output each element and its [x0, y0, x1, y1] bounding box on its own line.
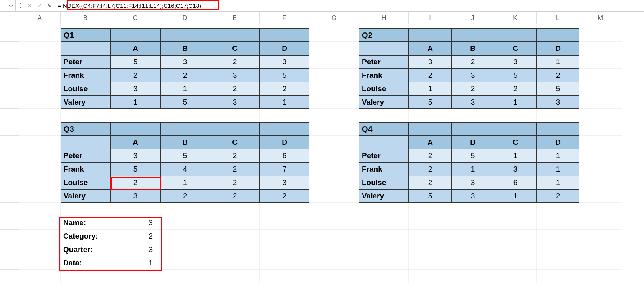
data-cell[interactable]: 2 — [160, 189, 210, 203]
row-name[interactable]: Louise — [61, 176, 110, 189]
lookup-data-label[interactable]: Data: — [61, 256, 110, 270]
row-name[interactable]: Louise — [61, 82, 110, 95]
data-cell[interactable]: 3 — [110, 189, 160, 203]
data-cell[interactable]: 3 — [494, 55, 537, 69]
data-cell[interactable]: 2 — [210, 149, 260, 162]
data-cell[interactable]: 1 — [494, 95, 537, 109]
lookup-category-value[interactable]: 2 — [110, 230, 160, 243]
name-box-dropdown[interactable] — [2, 0, 16, 11]
col-header[interactable]: I — [409, 12, 451, 24]
data-cell[interactable]: 3 — [451, 95, 494, 109]
col-header[interactable]: L — [537, 12, 579, 24]
data-cell[interactable]: 5 — [537, 82, 579, 95]
row-name[interactable]: Frank — [61, 162, 110, 176]
row-name[interactable]: Peter — [61, 55, 110, 69]
data-cell[interactable]: 1 — [537, 149, 579, 162]
row-name[interactable]: Frank — [359, 162, 409, 176]
col-header[interactable]: E — [210, 12, 260, 24]
col-label[interactable]: C — [210, 42, 260, 55]
row-name[interactable]: Valery — [359, 189, 409, 203]
data-cell[interactable]: 2 — [260, 189, 309, 203]
data-cell[interactable]: 6 — [260, 149, 309, 162]
table-title[interactable]: Q3 — [61, 122, 110, 136]
data-cell[interactable]: 3 — [110, 82, 160, 95]
data-cell[interactable]: 1 — [160, 82, 210, 95]
data-cell[interactable]: 2 — [260, 82, 309, 95]
col-label[interactable]: B — [451, 136, 494, 149]
col-label[interactable]: D — [260, 136, 309, 149]
col-header[interactable]: M — [579, 12, 622, 24]
data-cell[interactable]: 3 — [451, 189, 494, 203]
lookup-data-value[interactable]: 1 — [110, 256, 160, 270]
data-cell[interactable]: 2 — [210, 189, 260, 203]
data-cell[interactable]: 2 — [451, 82, 494, 95]
col-label[interactable]: B — [451, 42, 494, 55]
data-cell[interactable]: 6 — [494, 176, 537, 189]
col-label[interactable]: D — [537, 136, 579, 149]
confirm-formula-icon[interactable]: ✓ — [36, 3, 43, 9]
row-name[interactable]: Frank — [359, 69, 409, 82]
col-header[interactable]: B — [61, 12, 110, 24]
col-label[interactable]: A — [110, 42, 160, 55]
data-cell[interactable]: 7 — [260, 162, 309, 176]
data-cell[interactable]: 2 — [537, 189, 579, 203]
col-label[interactable]: A — [110, 136, 160, 149]
row-name[interactable]: Louise — [359, 82, 409, 95]
lookup-quarter-label[interactable]: Quarter: — [61, 243, 110, 256]
data-cell[interactable]: 2 — [409, 69, 451, 82]
data-cell[interactable]: 1 — [451, 162, 494, 176]
data-cell[interactable]: 2 — [110, 176, 160, 189]
table-title[interactable]: Q2 — [359, 28, 409, 42]
data-cell[interactable]: 2 — [409, 162, 451, 176]
data-cell[interactable]: 2 — [451, 55, 494, 69]
data-cell[interactable]: 3 — [260, 55, 309, 69]
col-label[interactable]: B — [160, 136, 210, 149]
data-cell[interactable]: 2 — [409, 176, 451, 189]
data-cell[interactable]: 2 — [160, 69, 210, 82]
row-name[interactable]: Valery — [61, 95, 110, 109]
col-header[interactable]: A — [19, 12, 61, 24]
data-cell[interactable]: 2 — [210, 162, 260, 176]
col-header[interactable]: F — [260, 12, 309, 24]
data-cell[interactable]: 1 — [494, 149, 537, 162]
data-cell[interactable]: 3 — [451, 176, 494, 189]
data-cell[interactable]: 3 — [494, 162, 537, 176]
col-label[interactable]: D — [260, 42, 309, 55]
table-title[interactable]: Q4 — [359, 122, 409, 136]
data-cell[interactable]: 5 — [160, 149, 210, 162]
data-cell[interactable]: 3 — [210, 69, 260, 82]
data-cell[interactable]: 5 — [494, 69, 537, 82]
data-cell[interactable]: 3 — [451, 69, 494, 82]
data-cell[interactable]: 2 — [110, 69, 160, 82]
data-cell[interactable]: 5 — [260, 69, 309, 82]
data-cell[interactable]: 1 — [260, 95, 309, 109]
data-cell[interactable]: 1 — [409, 82, 451, 95]
col-header[interactable]: J — [451, 12, 494, 24]
col-label[interactable]: C — [494, 136, 537, 149]
data-cell[interactable]: 3 — [210, 95, 260, 109]
row-name[interactable]: Valery — [61, 189, 110, 203]
data-cell[interactable]: 3 — [409, 55, 451, 69]
row-name[interactable]: Peter — [359, 149, 409, 162]
col-header[interactable]: C — [110, 12, 160, 24]
data-cell[interactable]: 5 — [409, 95, 451, 109]
data-cell[interactable]: 1 — [110, 95, 160, 109]
spreadsheet-grid[interactable]: A B C D E F G H I J K L M Q1 Q2 — [0, 12, 644, 283]
col-header[interactable]: K — [494, 12, 537, 24]
data-cell[interactable]: 2 — [210, 55, 260, 69]
data-cell[interactable]: 1 — [494, 189, 537, 203]
data-cell[interactable]: 5 — [451, 149, 494, 162]
col-label[interactable]: C — [210, 136, 260, 149]
data-cell[interactable]: 1 — [160, 176, 210, 189]
data-cell[interactable]: 2 — [494, 82, 537, 95]
col-label[interactable]: D — [537, 42, 579, 55]
select-all-cell[interactable] — [0, 12, 19, 24]
cancel-formula-icon[interactable]: ✕ — [26, 3, 34, 9]
data-cell[interactable]: 2 — [210, 82, 260, 95]
col-header[interactable]: H — [359, 12, 409, 24]
col-label[interactable]: A — [409, 136, 451, 149]
data-cell[interactable]: 5 — [110, 55, 160, 69]
data-cell[interactable]: 1 — [537, 162, 579, 176]
row-name[interactable]: Peter — [359, 55, 409, 69]
row-name[interactable]: Louise — [359, 176, 409, 189]
